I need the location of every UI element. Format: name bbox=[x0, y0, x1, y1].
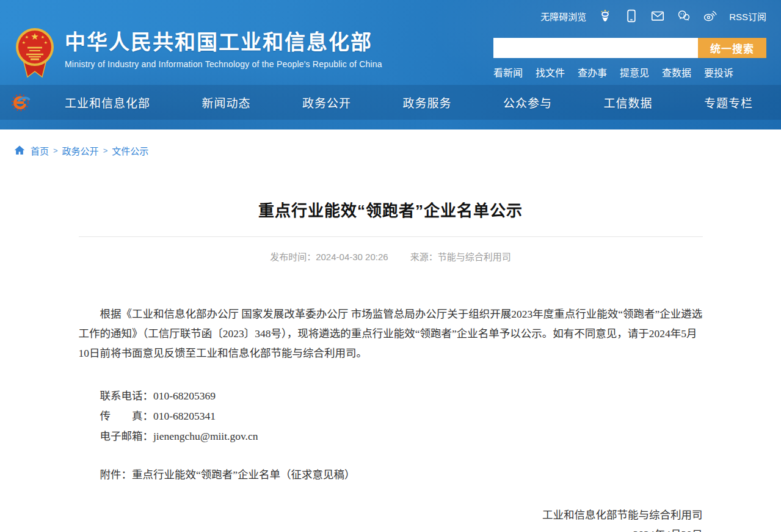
contact-phone: 联系电话：010-68205369 bbox=[79, 386, 703, 406]
breadcrumb-home[interactable]: 首页 bbox=[31, 144, 49, 157]
quick-link-feedback[interactable]: 提意见 bbox=[620, 65, 649, 79]
quick-link-news[interactable]: 看新闻 bbox=[493, 65, 523, 79]
contact-fax: 传 真：010-68205341 bbox=[79, 406, 703, 426]
mail-icon[interactable] bbox=[650, 9, 665, 23]
unified-search-button[interactable]: 统一搜索 bbox=[698, 38, 766, 58]
svg-text:★: ★ bbox=[44, 40, 48, 45]
site-logo[interactable]: ★ ★ ★ ★ ★ 中华人民共和国工业和信息化部 Ministry of Ind… bbox=[15, 27, 382, 79]
breadcrumb: 首页 > 政务公开 > 文件公示 bbox=[0, 129, 781, 171]
site-header: 无障碍浏览 bbox=[0, 0, 781, 129]
home-icon[interactable] bbox=[13, 144, 26, 156]
body-paragraph: 根据《工业和信息化部办公厅 国家发展改革委办公厅 市场监管总局办公厅关于组织开展… bbox=[79, 304, 703, 363]
article-meta: 发布时间：2024-04-30 20:26 来源：节能与综合利用司 bbox=[79, 250, 703, 263]
page: 无障碍浏览 bbox=[0, 0, 781, 532]
contact-block: 联系电话：010-68205369 传 真：010-68205341 电子邮箱：… bbox=[79, 386, 703, 446]
site-title: 中华人民共和国工业和信息化部 bbox=[65, 31, 382, 54]
quick-links: 看新闻 找文件 查办事 提意见 查数据 要投诉 bbox=[493, 65, 766, 79]
gov-site-e-icon bbox=[11, 93, 31, 112]
nav-item-public-participation[interactable]: 公众参与 bbox=[503, 94, 552, 111]
mobile-icon[interactable] bbox=[624, 9, 639, 23]
article-source: 来源：节能与综合利用司 bbox=[410, 252, 511, 262]
quick-link-services[interactable]: 查办事 bbox=[578, 65, 607, 79]
svg-text:★: ★ bbox=[41, 35, 45, 39]
nav-item-special-topics[interactable]: 专题专栏 bbox=[704, 94, 753, 111]
breadcrumb-separator: > bbox=[103, 146, 108, 155]
search-input[interactable] bbox=[493, 38, 698, 58]
breadcrumb-file-publicity[interactable]: 文件公示 bbox=[112, 144, 148, 157]
nav-item-miit-data[interactable]: 工信数据 bbox=[603, 94, 652, 111]
page-title: 重点行业能效“领跑者”企业名单公示 bbox=[79, 198, 703, 220]
nav-item-news[interactable]: 新闻动态 bbox=[202, 94, 250, 111]
site-title-block: 中华人民共和国工业和信息化部 Ministry of Industry and … bbox=[65, 27, 382, 69]
robot-assistant-icon[interactable] bbox=[598, 9, 612, 23]
attachment-link[interactable]: 附件：重点行业能效“领跑者”企业名单（征求意见稿） bbox=[79, 465, 703, 484]
search-area: 统一搜索 看新闻 找文件 查办事 提意见 查数据 要投诉 bbox=[493, 38, 766, 79]
site-subtitle: Ministry of Industry and Information Tec… bbox=[65, 59, 382, 69]
national-emblem-icon: ★ ★ ★ ★ ★ bbox=[15, 27, 55, 79]
svg-text:★: ★ bbox=[22, 40, 26, 45]
signature-date: 2024年4月30日 bbox=[79, 525, 703, 532]
article: 重点行业能效“领跑者”企业名单公示 发布时间：2024-04-30 20:26 … bbox=[79, 171, 703, 532]
nav-items: 工业和信息化部 新闻动态 政务公开 政务服务 公众参与 工信数据 专题专栏 bbox=[65, 94, 753, 111]
utility-bar: 无障碍浏览 bbox=[540, 9, 766, 23]
signature-block: 工业和信息化部节能与综合利用司 2024年4月30日 bbox=[79, 505, 703, 532]
nav-item-gov-services[interactable]: 政务服务 bbox=[402, 94, 451, 111]
quick-link-data[interactable]: 查数据 bbox=[662, 65, 691, 79]
nav-item-gov-affairs[interactable]: 政务公开 bbox=[302, 94, 351, 111]
svg-text:★: ★ bbox=[31, 31, 38, 42]
signature-org: 工业和信息化部节能与综合利用司 bbox=[79, 505, 703, 525]
contact-email: 电子邮箱：jienengchu@miit.gov.cn bbox=[79, 426, 703, 446]
title-divider bbox=[79, 236, 703, 237]
article-body: 根据《工业和信息化部办公厅 国家发展改革委办公厅 市场监管总局办公厅关于组织开展… bbox=[79, 304, 703, 532]
weibo-icon[interactable] bbox=[703, 9, 717, 23]
quick-link-files[interactable]: 找文件 bbox=[536, 65, 565, 79]
accessibility-link[interactable]: 无障碍浏览 bbox=[540, 10, 586, 23]
wechat-icon[interactable] bbox=[677, 9, 691, 23]
nav-item-ministry[interactable]: 工业和信息化部 bbox=[65, 94, 150, 111]
svg-text:★: ★ bbox=[25, 35, 29, 39]
quick-link-complaint[interactable]: 要投诉 bbox=[704, 65, 733, 79]
breadcrumb-gov-affairs[interactable]: 政务公开 bbox=[62, 144, 99, 157]
main-nav: 工业和信息化部 新闻动态 政务公开 政务服务 公众参与 工信数据 专题专栏 bbox=[0, 85, 781, 120]
breadcrumb-separator: > bbox=[53, 146, 58, 155]
publish-time: 发布时间：2024-04-30 20:26 bbox=[270, 252, 388, 262]
rss-link[interactable]: RSS订阅 bbox=[729, 10, 766, 23]
